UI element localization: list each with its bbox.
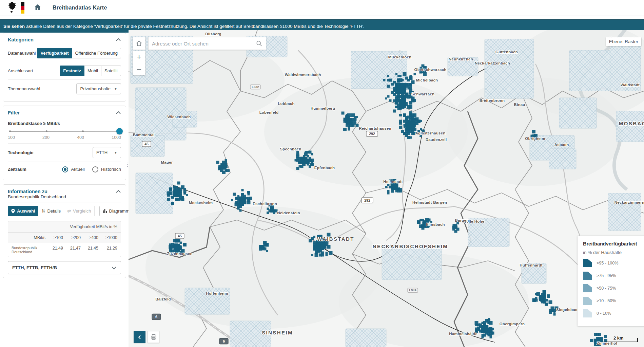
map-place-label: Mückenloch bbox=[388, 55, 411, 59]
banner-text: aktuelle Daten aus der Kategorie 'Verfüg… bbox=[26, 24, 365, 29]
legend-label: >75 - 95% bbox=[597, 273, 616, 278]
map-scalebar: 2 km bbox=[605, 338, 638, 342]
tab-auswahl-label: Auswahl bbox=[17, 208, 35, 214]
search-icon[interactable] bbox=[252, 37, 266, 50]
slider-tick bbox=[46, 130, 47, 132]
collapse-informationen-icon[interactable] bbox=[116, 190, 121, 193]
printer-icon bbox=[151, 334, 157, 340]
map-place-label: Hoffenheim bbox=[206, 291, 228, 295]
row-label: Bundesrepublik Deutschland bbox=[12, 246, 45, 254]
anschlussart-mobil-button[interactable]: Mobil bbox=[84, 66, 101, 76]
map-place-label: Reichartshausen bbox=[359, 126, 391, 130]
map-place-label: Guttenbach bbox=[495, 50, 518, 54]
anschlussart-satellit-button[interactable]: Satellit bbox=[101, 66, 121, 76]
map-place-label: Breitenbronn bbox=[480, 98, 505, 103]
map-place-label: Lobenfeld bbox=[259, 110, 279, 114]
map-home-button[interactable] bbox=[133, 37, 145, 50]
filter-card: Filter Breitbandklasse ≥ MBit/s 100 200 … bbox=[3, 106, 126, 180]
informationen-card: Informationen zu Bundesrepublik Deutschl… bbox=[3, 184, 126, 278]
technologie-select[interactable]: FTTH ▼ bbox=[93, 147, 121, 158]
map-place-label: Bammental bbox=[133, 133, 155, 137]
slider-tick-label: 200 bbox=[42, 135, 50, 140]
map-place-label: Epfenbach bbox=[314, 166, 335, 170]
chevron-down-icon bbox=[111, 266, 117, 270]
map-place-label: Flinsbach bbox=[426, 222, 445, 226]
map-place-label: WAIBSTADT bbox=[317, 236, 354, 242]
anschlussart-festnetz-button[interactable]: Festnetz bbox=[60, 66, 84, 76]
zeitraum-aktuell-radio[interactable]: Aktuell bbox=[62, 166, 85, 172]
road-badge: L532 bbox=[250, 85, 260, 89]
slider-tick-label: 100 bbox=[8, 135, 15, 140]
home-icon bbox=[136, 40, 142, 47]
layer-label: Ebene: Raster bbox=[609, 39, 638, 44]
legend-label: 0 - 10% bbox=[597, 311, 611, 316]
sort-arrows-icon: ⇅ bbox=[41, 208, 45, 214]
legend-swatch bbox=[583, 272, 592, 280]
map-place-label: Michelbach bbox=[416, 78, 438, 82]
legend-swatch bbox=[583, 309, 592, 317]
scale-label: 2 km bbox=[613, 335, 624, 341]
map-place-label: SINSHEIM bbox=[262, 330, 293, 335]
themenauswahl-label: Themenauswahl bbox=[8, 86, 40, 91]
legend-entry: 0 - 10% bbox=[583, 309, 643, 317]
settlement-area bbox=[608, 193, 641, 231]
breitbandklasse-slider-thumb[interactable] bbox=[116, 128, 123, 134]
tab-details-label: Details bbox=[47, 208, 61, 214]
legend-label: >10 - 50% bbox=[597, 298, 616, 303]
settlement-area bbox=[346, 329, 386, 347]
table-row: Bundesrepublik Deutschland 21,49 21,47 2… bbox=[8, 243, 121, 257]
print-button[interactable] bbox=[148, 331, 159, 343]
filter-title: Filter bbox=[8, 110, 20, 115]
kategorien-title: Kategorien bbox=[8, 37, 34, 42]
technology-list-select[interactable]: FTTH, FTTB, FTTH/B bbox=[8, 261, 121, 274]
breitbandklasse-label: Breitbandklasse ≥ MBit/s bbox=[8, 119, 121, 131]
collapse-sidebar-button[interactable] bbox=[134, 331, 145, 343]
tab-diagramm-label: Diagramm bbox=[109, 208, 130, 214]
kategorien-card: Kategorien Datenauswahl Verfügbarkeit Öf… bbox=[3, 33, 126, 102]
legend-entry: >10 - 50% bbox=[583, 297, 643, 305]
map-place-label: Balzfeld bbox=[155, 297, 171, 301]
map-place-label: Wiesenbach bbox=[167, 115, 191, 119]
map-place-label: Asbach bbox=[554, 143, 569, 147]
slider-tick-label: 1000 bbox=[112, 135, 121, 140]
map-legend: Breitbandverfügbarkeit in % der Haushalt… bbox=[578, 236, 644, 326]
themenauswahl-select[interactable]: Privathaushalte ▼ bbox=[76, 83, 121, 94]
plus-icon: + bbox=[137, 52, 141, 62]
map-place-label: Hummelberg bbox=[311, 106, 335, 110]
legend-label: >50 - 75% bbox=[597, 286, 616, 291]
chevron-down-icon: ▼ bbox=[114, 87, 117, 91]
map-place-label: Neidenstein bbox=[277, 211, 300, 215]
breitbandklasse-slider-track[interactable] bbox=[9, 131, 120, 132]
map-place-label: Obergimpern bbox=[500, 322, 525, 326]
home-icon[interactable] bbox=[34, 3, 41, 12]
road-badge: 6 bbox=[219, 339, 228, 344]
table-header-row: MBit/s ≥100 ≥200 ≥400 ≥1000 bbox=[8, 233, 121, 243]
zeitraum-historisch-radio[interactable]: Historisch bbox=[92, 166, 121, 172]
settlement-area bbox=[549, 149, 576, 169]
anschlussart-label: Anschlussart bbox=[8, 68, 33, 73]
tab-details[interactable]: ⇅ Details bbox=[38, 206, 64, 216]
tab-auswahl[interactable]: Auswahl bbox=[8, 206, 38, 216]
collapse-filter-icon[interactable] bbox=[116, 111, 121, 114]
datenauswahl-foerderung-button[interactable]: Öffentliche Förderung bbox=[72, 48, 121, 58]
col-header: ≥200 bbox=[63, 235, 81, 240]
datenauswahl-label: Datenauswahl bbox=[8, 51, 36, 56]
tab-diagramm[interactable]: Diagramm bbox=[99, 206, 133, 216]
collapse-kategorien-icon[interactable] bbox=[116, 38, 121, 41]
tab-vergleich: ⇄ Vergleich bbox=[64, 206, 94, 216]
settlement-area bbox=[382, 245, 442, 280]
map-canvas[interactable]: 292292L532L549454566DilsbergMückenlochWa… bbox=[129, 30, 644, 347]
map-place-label: MOSBACH bbox=[619, 121, 644, 126]
search-input[interactable] bbox=[149, 41, 252, 47]
layer-selector[interactable]: Ebene: Raster bbox=[606, 37, 641, 46]
technology-list-value: FTTH, FTTB, FTTH/B bbox=[12, 265, 57, 270]
road-badge: L549 bbox=[408, 288, 418, 293]
zoom-in-button[interactable]: + bbox=[133, 51, 145, 63]
svg-text:6: 6 bbox=[223, 339, 225, 343]
legend-subtitle: in % der Haushalte bbox=[583, 250, 643, 259]
datenauswahl-verfuegbarkeit-button[interactable]: Verfügbarkeit bbox=[37, 48, 72, 58]
svg-text:6: 6 bbox=[155, 315, 157, 319]
zoom-out-button[interactable]: − bbox=[133, 63, 145, 75]
svg-text:292: 292 bbox=[369, 132, 375, 136]
svg-text:45: 45 bbox=[178, 234, 182, 238]
